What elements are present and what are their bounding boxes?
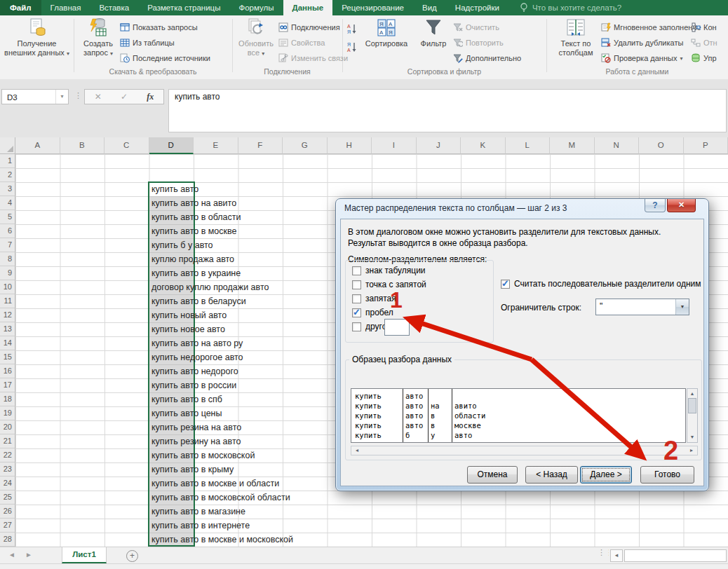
sort-descending-button[interactable]: Я А — [346, 41, 358, 53]
row-header-28[interactable]: 28 — [0, 533, 15, 547]
scroll-up-icon[interactable]: ▲ — [687, 390, 697, 398]
manage-data-model-button[interactable]: Упр — [691, 52, 717, 64]
select-all-corner[interactable] — [0, 137, 15, 154]
cell-D8[interactable]: куплю продажа авто — [151, 252, 234, 266]
ribbon-tab-2[interactable]: Вставка — [90, 0, 138, 15]
cell-D3[interactable]: купить авто — [151, 182, 198, 196]
cell-D24[interactable]: купить авто в москве и области — [151, 477, 279, 491]
cell-D19[interactable]: купить авто цены — [151, 406, 222, 420]
row-header-23[interactable]: 23 — [0, 462, 15, 477]
cell-D13[interactable]: купить новое авто — [151, 322, 225, 336]
cancel-button[interactable]: Отмена — [467, 466, 518, 484]
new-query-button[interactable]: Создать запрос ▾ — [78, 18, 119, 58]
row-header-13[interactable]: 13 — [0, 322, 15, 336]
sort-button[interactable]: Я А А Я Сортировка — [360, 18, 412, 48]
finish-button[interactable]: Готово — [640, 466, 694, 484]
cell-D10[interactable]: договор куплю продажи авто — [151, 280, 269, 294]
row-header-21[interactable]: 21 — [0, 434, 15, 448]
cell-D26[interactable]: купить авто в магазине — [151, 505, 245, 519]
space-checkbox-label[interactable]: пробел — [365, 308, 393, 317]
row-header-14[interactable]: 14 — [0, 336, 15, 350]
column-header-D[interactable]: D — [149, 137, 194, 154]
ribbon-tab-6[interactable]: Рецензирование — [332, 0, 413, 15]
back-button[interactable]: < Назад — [525, 466, 578, 484]
consecutive-checkbox-label[interactable]: Считать последовательные разделители одн… — [514, 279, 701, 289]
row-header-5[interactable]: 5 — [0, 210, 15, 224]
column-header-M[interactable]: M — [550, 137, 595, 154]
column-header-C[interactable]: C — [105, 137, 149, 154]
scroll-left-icon[interactable]: ◂ — [352, 446, 362, 455]
scroll-right-icon[interactable]: ▸ — [687, 446, 696, 455]
row-header-2[interactable]: 2 — [0, 168, 15, 182]
other-delimiter-input[interactable] — [384, 319, 410, 336]
enter-entry-icon[interactable]: ✓ — [121, 92, 128, 102]
advanced-filter-button[interactable]: Дополнительно — [453, 52, 521, 64]
row-header-26[interactable]: 26 — [0, 505, 15, 519]
row-header-25[interactable]: 25 — [0, 491, 15, 505]
semicolon-checkbox[interactable] — [352, 280, 361, 289]
cell-D28[interactable]: купить авто в москве и московской — [151, 533, 293, 547]
column-header-I[interactable]: I — [372, 137, 417, 154]
row-header-19[interactable]: 19 — [0, 406, 15, 420]
tell-me-box[interactable]: Что вы хотите сделать? — [520, 0, 621, 15]
comma-checkbox[interactable] — [352, 294, 361, 303]
sheet-nav-right-icon[interactable]: ► — [25, 551, 32, 558]
sheet-nav-left-icon[interactable]: ◄ — [8, 551, 15, 558]
flash-fill-button[interactable]: Мгновенное заполнение — [601, 21, 701, 34]
ribbon-tab-8[interactable]: Надстройки — [446, 0, 508, 15]
column-header-L[interactable]: L — [506, 137, 551, 154]
consolidate-button[interactable]: Кон — [691, 21, 717, 34]
cell-D27[interactable]: купить авто в интернете — [151, 519, 250, 533]
preview-vertical-scrollbar[interactable]: ▲ ▼ — [687, 388, 698, 443]
checkbox-tab-delimiter[interactable]: знак табуляции — [352, 266, 426, 275]
clear-filter-button[interactable]: Очистить — [453, 21, 499, 34]
horizontal-scrollbar-thumb[interactable] — [624, 549, 727, 562]
space-checkbox[interactable] — [352, 308, 361, 317]
reapply-filter-button[interactable]: Повторить — [453, 36, 504, 49]
column-header-J[interactable]: J — [417, 137, 461, 154]
row-header-16[interactable]: 16 — [0, 364, 15, 378]
add-sheet-button[interactable]: + — [126, 550, 138, 562]
cell-D5[interactable]: купить авто в области — [151, 210, 241, 224]
get-external-data-button[interactable]: Получение внешних данных ▾ — [4, 18, 69, 58]
filter-button[interactable]: Фильтр — [414, 18, 453, 48]
cell-D16[interactable]: купить авто недорого — [151, 364, 238, 378]
cancel-entry-icon[interactable]: ✕ — [95, 92, 102, 102]
cell-D15[interactable]: купить недорогое авто — [151, 350, 243, 364]
ribbon-tab-1[interactable]: Главная — [41, 0, 90, 15]
row-header-11[interactable]: 11 — [0, 294, 15, 308]
checkbox-semicolon-delimiter[interactable]: точка с запятой — [352, 280, 426, 289]
tab-checkbox-label[interactable]: знак табуляции — [365, 266, 426, 275]
cell-D4[interactable]: купить авто на авито — [151, 196, 236, 210]
horizontal-scrollbar[interactable]: ◂ — [609, 549, 727, 562]
column-header-G[interactable]: G — [283, 137, 328, 154]
dialog-help-button[interactable]: ? — [645, 199, 666, 212]
edit-links-button[interactable]: Изменить связи — [278, 52, 348, 64]
scroll-left-icon[interactable]: ◂ — [610, 549, 623, 562]
remove-duplicates-button[interactable]: Удалить дубликаты — [601, 36, 683, 49]
scroll-down-icon[interactable]: ▼ — [687, 433, 697, 441]
formula-input[interactable]: купить авто — [168, 89, 727, 132]
column-header-B[interactable]: B — [60, 137, 105, 154]
row-header-6[interactable]: 6 — [0, 224, 15, 238]
column-header-E[interactable]: E — [194, 137, 238, 154]
row-header-27[interactable]: 27 — [0, 519, 15, 533]
name-box[interactable]: D3 ▾ — [1, 89, 69, 104]
ribbon-tab-file[interactable]: Файл — [0, 0, 41, 15]
checkbox-comma-delimiter[interactable]: запятая — [352, 294, 396, 303]
properties-button[interactable]: Свойства — [278, 36, 325, 49]
ribbon-tab-4[interactable]: Формулы — [229, 0, 283, 15]
preview-vscroll-thumb[interactable] — [688, 398, 696, 413]
row-header-18[interactable]: 18 — [0, 392, 15, 406]
row-header-12[interactable]: 12 — [0, 308, 15, 322]
next-button[interactable]: Далее > — [580, 466, 632, 484]
cell-D25[interactable]: купить авто в московской области — [151, 491, 290, 505]
cell-D21[interactable]: купить резину на авто — [151, 434, 241, 448]
semicolon-checkbox-label[interactable]: точка с запятой — [365, 280, 426, 289]
cell-D22[interactable]: купить авто в московской — [151, 448, 255, 462]
from-table-button[interactable]: Из таблицы — [120, 36, 175, 49]
name-box-dropdown-icon[interactable]: ▾ — [55, 90, 68, 104]
row-header-17[interactable]: 17 — [0, 378, 15, 392]
connections-button[interactable]: Подключения — [278, 21, 340, 34]
row-header-8[interactable]: 8 — [0, 252, 15, 266]
